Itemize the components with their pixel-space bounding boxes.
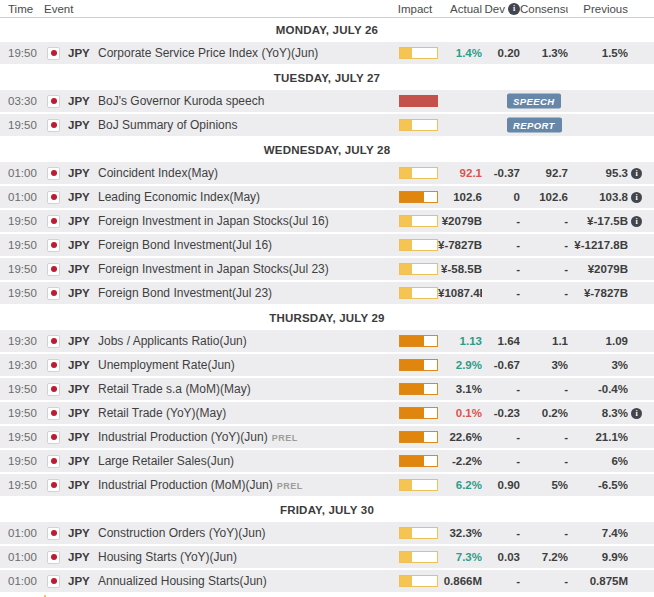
- event-row[interactable]: 19:30 JPY Unemployment Rate(Jun) 2.9% -0…: [0, 354, 654, 376]
- impact-bar-orange: [399, 431, 438, 443]
- event-row[interactable]: 19:50 JPY Corporate Service Price Index …: [0, 42, 654, 64]
- dev-value: 0.03: [482, 551, 520, 563]
- flag-dot: [51, 386, 57, 392]
- impact-cell: [392, 119, 438, 131]
- info-icon[interactable]: i: [631, 216, 642, 227]
- impact-bar-fill: [400, 408, 424, 418]
- previous-value: 8.3%: [568, 407, 628, 419]
- info-icon[interactable]: i: [631, 408, 642, 419]
- event-name: Retail Trade s.a (MoM)(May): [98, 382, 251, 396]
- consensus-value: 1.3%: [520, 47, 568, 59]
- actual-value: 0.866M: [438, 575, 482, 587]
- event-name: Industrial Production (MoM)(Jun): [98, 478, 273, 492]
- impact-bar-fill: [400, 48, 412, 58]
- currency-label: JPY: [64, 575, 98, 587]
- consensus-value: 7.2%: [520, 551, 568, 563]
- consensus-value: 0.2%: [520, 407, 568, 419]
- event-time: 19:50: [0, 47, 44, 59]
- event-row[interactable]: 19:50 JPY Foreign Bond Investment(Jul 16…: [0, 234, 654, 256]
- event-name: Foreign Investment in Japan Stocks(Jul 1…: [98, 214, 329, 228]
- dev-value: -: [482, 239, 520, 251]
- col-header-previous: Previous: [568, 3, 628, 15]
- event-row[interactable]: 19:50 JPY Retail Trade s.a (MoM)(May) 3.…: [0, 378, 654, 400]
- dev-value: -: [482, 527, 520, 539]
- event-time: 19:50: [0, 479, 44, 491]
- japan-flag-icon: [47, 575, 60, 588]
- impact-bar-orange: [399, 191, 438, 203]
- event-name: Large Retailer Sales(Jun): [98, 454, 234, 468]
- impact-cell: [392, 575, 438, 587]
- event-row[interactable]: 19:50 JPY Retail Trade (YoY)(May) 0.1% -…: [0, 402, 654, 424]
- event-row[interactable]: 03:30 JPY BoJ's Governor Kuroda speech S…: [0, 90, 654, 112]
- event-row[interactable]: 01:00 JPY Annualized Housing Starts(Jun)…: [0, 570, 654, 592]
- flag-dot: [51, 362, 57, 368]
- actual-value: ¥1087.4B: [438, 287, 482, 299]
- calendar-header-row: Time Event Impact Actual Dev i Consensus…: [0, 0, 654, 18]
- flag-cell: [44, 335, 64, 348]
- impact-cell: [392, 359, 438, 371]
- event-row[interactable]: 19:50 JPY Large Retailer Sales(Jun) -2.2…: [0, 450, 654, 472]
- japan-flag-icon: [47, 455, 60, 468]
- japan-flag-icon: [47, 479, 60, 492]
- event-row[interactable]: 19:50 JPY Foreign Bond Investment(Jul 23…: [0, 282, 654, 304]
- flag-dot: [51, 290, 57, 296]
- event-row[interactable]: 19:50 JPY BoJ Summary of Opinions REPORT: [0, 114, 654, 136]
- speech-badge[interactable]: SPEECH: [507, 94, 561, 109]
- col-header-actual: Actual: [438, 3, 482, 15]
- flag-dot: [51, 530, 57, 536]
- flag-dot: [51, 122, 57, 128]
- impact-cell: [392, 527, 438, 539]
- calendar-body: MONDAY, JULY 26 19:50 JPY Corporate Serv…: [0, 18, 654, 597]
- info-icon[interactable]: i: [631, 168, 642, 179]
- dev-info-icon[interactable]: i: [508, 3, 520, 15]
- impact-bar-fill: [400, 288, 412, 298]
- info-cell: i: [628, 214, 654, 228]
- event-row[interactable]: 01:00 JPY Leading Economic Index(May) 10…: [0, 186, 654, 208]
- impact-cell: [392, 407, 438, 419]
- info-icon[interactable]: i: [631, 192, 642, 203]
- consensus-value: 102.6: [520, 191, 568, 203]
- event-time: 01:00: [0, 551, 44, 563]
- event-row[interactable]: 19:30 JPY Jobs / Applicants Ratio(Jun) 1…: [0, 330, 654, 352]
- event-row[interactable]: 01:00 JPY Construction Orders (YoY)(Jun)…: [0, 522, 654, 544]
- event-name: Foreign Bond Investment(Jul 16): [98, 238, 272, 252]
- previous-value: 0.875M: [568, 575, 628, 587]
- japan-flag-icon: [47, 119, 60, 132]
- impact-cell: [392, 335, 438, 347]
- dev-value: -: [482, 455, 520, 467]
- event-row[interactable]: 01:00 JPY Housing Starts (YoY)(Jun) 7.3%…: [0, 546, 654, 568]
- event-row[interactable]: 19:50 JPY Foreign Investment in Japan St…: [0, 210, 654, 232]
- japan-flag-icon: [47, 359, 60, 372]
- event-row[interactable]: 19:50 JPY Foreign Investment in Japan St…: [0, 258, 654, 280]
- flag-dot: [51, 218, 57, 224]
- event-name: Foreign Bond Investment(Jul 23): [98, 286, 272, 300]
- currency-label: JPY: [64, 527, 98, 539]
- event-time: 19:50: [0, 407, 44, 419]
- japan-flag-icon: [47, 551, 60, 564]
- japan-flag-icon: [47, 335, 60, 348]
- dev-value: 0.20: [482, 47, 520, 59]
- impact-bar-yellow: [399, 119, 438, 131]
- info-cell: i: [628, 190, 654, 204]
- dev-value: -: [482, 383, 520, 395]
- event-time: 19:30: [0, 359, 44, 371]
- event-row[interactable]: 19:50 JPY Industrial Production (MoM)(Ju…: [0, 474, 654, 496]
- consensus-value: -: [520, 455, 568, 467]
- impact-bar-fill: [400, 240, 412, 250]
- consensus-value: 92.7: [520, 167, 568, 179]
- actual-value: 2.9%: [438, 359, 482, 371]
- event-row[interactable]: 01:00 JPY Coincident Index(May) 92.1 -0.…: [0, 162, 654, 184]
- impact-bar-orange: [399, 359, 438, 371]
- event-row[interactable]: 19:50 JPY Industrial Production (YoY)(Ju…: [0, 426, 654, 448]
- actual-value: 22.6%: [438, 431, 482, 443]
- impact-bar-fill: [400, 528, 412, 538]
- event-name: Annualized Housing Starts(Jun): [98, 574, 267, 588]
- impact-cell: [392, 263, 438, 275]
- event-time: 19:50: [0, 119, 44, 131]
- actual-value: -2.2%: [438, 455, 482, 467]
- consensus-value: -: [520, 287, 568, 299]
- flag-cell: [44, 455, 64, 468]
- currency-label: JPY: [64, 239, 98, 251]
- report-badge[interactable]: REPORT: [507, 118, 562, 133]
- event-name: Industrial Production (YoY)(Jun): [98, 430, 268, 444]
